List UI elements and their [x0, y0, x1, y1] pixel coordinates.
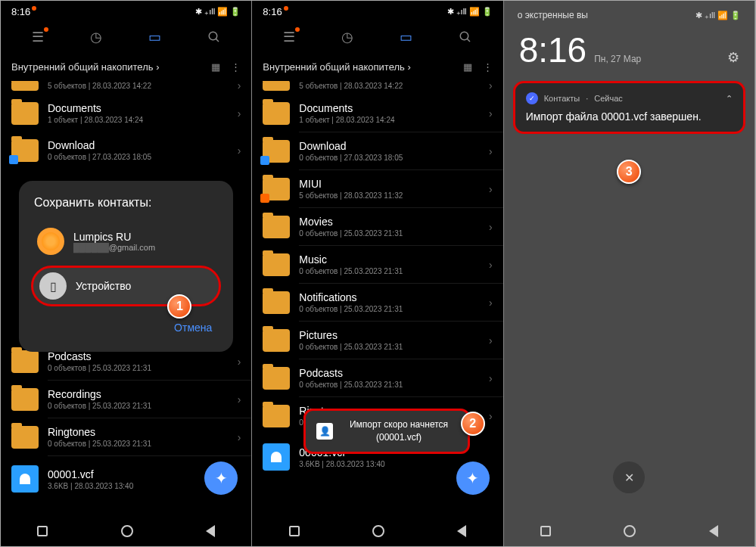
collapse-icon[interactable]: ⌃	[726, 94, 733, 104]
nav-recents-icon[interactable]	[37, 526, 48, 536]
folder-icon	[263, 291, 290, 314]
nav-bar	[1, 514, 251, 547]
search-icon[interactable]	[207, 30, 221, 44]
breadcrumb-text: Внутренний общий накопитель	[263, 61, 405, 73]
folder-tab-icon[interactable]: ▭	[400, 29, 412, 45]
more-icon[interactable]: ⋮	[483, 61, 493, 73]
folder-icon	[11, 426, 39, 449]
marquee-text: о экстренные вы	[518, 10, 588, 20]
notification-header: ✓ Контакты · Сейчас ⌃	[526, 92, 733, 104]
check-icon: ✓	[526, 92, 538, 104]
lock-date: Пн, 27 Мар	[594, 54, 641, 64]
breadcrumb-text: Внутренний общий накопитель	[11, 61, 154, 73]
top-tabs: ☰ ◷ ▭	[252, 22, 502, 52]
svg-line-3	[467, 39, 470, 42]
folder-tab-icon[interactable]: ▭	[148, 29, 161, 45]
folder-item[interactable]: Documents1 объект | 28.03.2023 14:24›	[1, 95, 251, 132]
svg-point-0	[209, 32, 217, 40]
folder-item[interactable]: Download0 объектов | 27.03.2023 18:05›	[252, 132, 502, 169]
folder-icon	[263, 178, 290, 200]
toast-text: Импорт скоро начнется(00001.vcf)	[341, 418, 456, 444]
folder-icon	[263, 405, 290, 427]
folder-item[interactable]: Pictures0 объектов | 25.03.2023 21:31›	[252, 322, 502, 359]
folder-icon	[263, 102, 290, 125]
device-icon: ▯	[39, 272, 67, 300]
device-option[interactable]: ▯ Устройство	[31, 266, 221, 306]
folder-icon	[263, 367, 290, 390]
device-label: Устройство	[76, 280, 213, 292]
more-icon[interactable]: ⋮	[231, 61, 241, 73]
clean-fab[interactable]: ✦	[456, 462, 490, 495]
folder-icon	[263, 140, 290, 163]
account-name: Lumpics RU	[73, 231, 215, 243]
phone-3-lockscreen: о экстренные вы ✱ ₊ıll 📶 🔋 8:16 Пн, 27 М…	[504, 1, 755, 547]
folder-icon	[263, 81, 290, 91]
lock-time: 8:16	[519, 30, 587, 70]
save-contacts-dialog: Сохранить контакты: Lumpics RU ██████@gm…	[19, 181, 233, 352]
menu-icon[interactable]: ☰	[32, 29, 44, 45]
notification-card[interactable]: ✓ Контакты · Сейчас ⌃ Импорт файла 00001…	[513, 81, 745, 134]
notif-time: Сейчас	[594, 94, 623, 103]
svg-line-1	[216, 39, 219, 42]
clear-all-button[interactable]: ✕	[613, 462, 645, 493]
nav-bar	[504, 514, 754, 547]
nav-bar	[252, 514, 502, 547]
folder-icon	[11, 139, 39, 162]
status-time: 8:16	[11, 6, 30, 17]
folder-item[interactable]: MIUI5 объектов | 28.03.2023 11:32›	[252, 170, 502, 207]
folder-item[interactable]: Music0 объектов | 25.03.2023 21:31›	[252, 246, 502, 283]
folder-icon	[263, 216, 290, 238]
annotation-badge-1: 1	[167, 294, 191, 319]
nav-home-icon[interactable]	[372, 525, 384, 537]
cancel-button[interactable]: Отмена	[34, 319, 218, 337]
status-bar: 8:16 ✱ ₊ıll 📶 🔋	[1, 1, 251, 22]
phone-1: 8:16 ✱ ₊ıll 📶 🔋 ☰ ◷ ▭ Внутренний общий н…	[1, 1, 252, 547]
account-option[interactable]: Lumpics RU ██████@gmail.com	[34, 222, 218, 261]
menu-icon[interactable]: ☰	[283, 29, 295, 45]
dialog-title: Сохранить контакты:	[34, 196, 218, 210]
clean-fab[interactable]: ✦	[204, 462, 238, 495]
google-account-icon	[37, 228, 64, 255]
contacts-icon: 👤	[316, 423, 333, 440]
recent-icon[interactable]: ◷	[341, 29, 353, 45]
nav-back-icon[interactable]	[709, 525, 718, 537]
folder-item[interactable]: Ringtones0 объектов | 25.03.2023 21:31›	[1, 418, 251, 455]
nav-recents-icon[interactable]	[540, 526, 551, 536]
nav-home-icon[interactable]	[121, 525, 133, 537]
status-icons: ✱ ₊ıll 📶 🔋	[447, 7, 493, 17]
status-time: 8:16	[263, 6, 282, 17]
status-bar: 8:16 ✱ ₊ıll 📶 🔋	[252, 1, 502, 22]
notif-app: Контакты	[544, 94, 580, 103]
vcf-icon	[11, 465, 39, 493]
folder-item[interactable]: Documents1 объект | 28.03.2023 14:24›	[252, 95, 502, 132]
recent-icon[interactable]: ◷	[90, 29, 102, 45]
status-icons: ✱ ₊ıll 📶 🔋	[195, 7, 241, 17]
nav-back-icon[interactable]	[457, 525, 466, 537]
lock-status-bar: о экстренные вы ✱ ₊ıll 📶 🔋	[504, 1, 754, 30]
breadcrumb[interactable]: Внутренний общий накопитель › ▦⋮	[252, 52, 502, 81]
import-toast: 👤 Импорт скоро начнется(00001.vcf)	[303, 409, 469, 454]
folder-item[interactable]: Movies0 объектов | 25.03.2023 21:31›	[252, 208, 502, 245]
notif-body: Импорт файла 00001.vcf завершен.	[526, 110, 733, 123]
folder-icon	[11, 350, 39, 373]
nav-home-icon[interactable]	[624, 525, 636, 537]
annotation-badge-2: 2	[461, 412, 485, 436]
folder-icon	[11, 388, 39, 411]
search-icon[interactable]	[459, 30, 472, 44]
grid-view-icon[interactable]: ▦	[211, 61, 220, 73]
alarm-settings-icon[interactable]: ⚙	[727, 49, 739, 66]
folder-item[interactable]: Download0 объектов | 27.03.2023 18:05›	[1, 132, 251, 169]
notification-dot-icon	[284, 6, 288, 11]
svg-point-2	[460, 32, 468, 40]
folder-item[interactable]: Recordings0 объектов | 25.03.2023 21:31›	[1, 381, 251, 418]
folder-item[interactable]: Notifications0 объектов | 25.03.2023 21:…	[252, 284, 502, 321]
folder-icon	[263, 253, 290, 276]
folder-item[interactable]: Podcasts0 объектов | 25.03.2023 21:31›	[252, 359, 502, 396]
notification-dot-icon	[32, 6, 36, 11]
breadcrumb[interactable]: Внутренний общий накопитель › ▦⋮	[1, 52, 251, 81]
nav-back-icon[interactable]	[206, 525, 215, 537]
account-email: @gmail.com	[109, 243, 155, 252]
grid-view-icon[interactable]: ▦	[463, 61, 472, 73]
nav-recents-icon[interactable]	[289, 526, 300, 536]
badge-dot-icon	[295, 27, 300, 32]
